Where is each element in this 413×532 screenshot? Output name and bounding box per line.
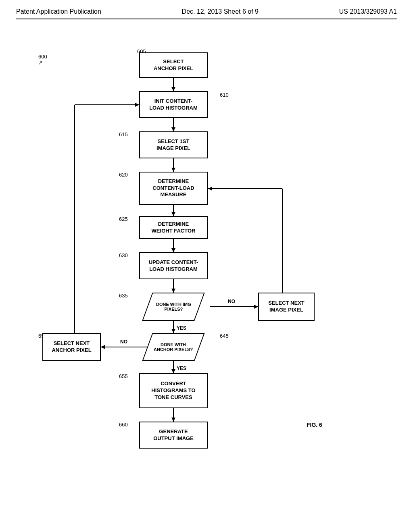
box-select-next-anchor-pixel: SELECT NEXT ANCHOR PIXEL bbox=[42, 333, 101, 361]
header-right: US 2013/329093 A1 bbox=[339, 8, 397, 15]
box-init-content-load-histogram: INIT CONTENT- LOAD HISTOGRAM bbox=[139, 91, 208, 118]
label-620: 620 bbox=[119, 172, 128, 178]
box-select-anchor-pixel: SELECT ANCHOR PIXEL bbox=[139, 52, 208, 78]
svg-text:YES: YES bbox=[177, 325, 186, 331]
figure-label: FIG. 6 bbox=[307, 422, 322, 428]
svg-marker-7 bbox=[171, 212, 175, 216]
label-660: 660 bbox=[119, 422, 128, 428]
label-645: 645 bbox=[220, 333, 229, 339]
box-select-1st-image-pixel: SELECT 1ST IMAGE PIXEL bbox=[139, 131, 208, 158]
svg-marker-5 bbox=[171, 168, 175, 172]
svg-marker-13 bbox=[254, 305, 258, 309]
diagram-ref-label: 600↗ bbox=[38, 54, 47, 66]
svg-marker-11 bbox=[171, 289, 175, 293]
header-left: Patent Application Publication bbox=[16, 8, 101, 15]
svg-marker-28 bbox=[171, 369, 175, 373]
label-610: 610 bbox=[220, 92, 229, 98]
diamond-done-with-anchor-pixels: DONE WITH ANCHOR PIXELS? bbox=[143, 333, 204, 361]
svg-marker-9 bbox=[171, 248, 175, 252]
box-convert-histograms-to-tone-curves: CONVERT HISTOGRAMS TO TONE CURVES bbox=[139, 373, 208, 408]
header-center: Dec. 12, 2013 Sheet 6 of 9 bbox=[182, 8, 259, 15]
box-determine-content-load-measure: DETERMINE CONTENT-LOAD MEASURE bbox=[139, 172, 208, 205]
svg-marker-3 bbox=[171, 127, 175, 131]
svg-marker-26 bbox=[135, 103, 139, 107]
svg-text:YES: YES bbox=[177, 366, 186, 371]
label-635: 635 bbox=[119, 293, 128, 299]
page: Patent Application Publication Dec. 12, … bbox=[0, 0, 413, 532]
label-615: 615 bbox=[119, 131, 128, 137]
svg-marker-22 bbox=[101, 345, 105, 349]
page-header: Patent Application Publication Dec. 12, … bbox=[16, 8, 397, 19]
label-655: 655 bbox=[119, 373, 128, 379]
box-generate-output-image: GENERATE OUTPUT IMAGE bbox=[139, 422, 208, 449]
box-update-content-load-histogram: UPDATE CONTENT- LOAD HISTOGRAM bbox=[139, 252, 208, 279]
label-625: 625 bbox=[119, 216, 128, 222]
diagram-area: NO YES NO YES bbox=[16, 31, 397, 495]
box-select-next-image-pixel: SELECT NEXT IMAGE PIXEL bbox=[258, 293, 315, 321]
svg-marker-17 bbox=[208, 187, 212, 191]
diamond-done-with-img-pixels: DONE WITH IMG PIXELS? bbox=[143, 293, 204, 321]
svg-marker-19 bbox=[171, 329, 175, 333]
label-630: 630 bbox=[119, 252, 128, 258]
svg-marker-1 bbox=[171, 87, 175, 91]
svg-text:NO: NO bbox=[228, 299, 235, 304]
box-determine-weight-factor: DETERMINE WEIGHT FACTOR bbox=[139, 216, 208, 239]
svg-marker-31 bbox=[171, 418, 175, 422]
svg-text:NO: NO bbox=[120, 339, 127, 345]
